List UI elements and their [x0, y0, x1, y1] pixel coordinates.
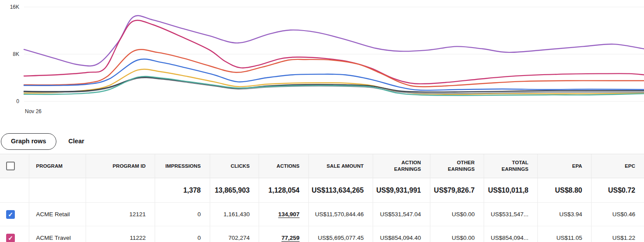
select-all-cell: [0, 154, 29, 178]
cell-clicks: 702,274: [210, 226, 259, 242]
totals-total-earnings: US$10,011,8: [484, 178, 537, 203]
cell-other-earnings: US$0.00: [430, 203, 484, 226]
col-header-total-earnings[interactable]: TOTAL EARNINGS: [484, 154, 537, 178]
graph-rows-button[interactable]: Graph rows: [1, 133, 56, 149]
col-header-other-earnings[interactable]: OTHER EARNINGS: [430, 154, 484, 178]
actions-value-link[interactable]: 134,907: [278, 211, 300, 218]
cell-epa: US$11.05: [537, 226, 591, 242]
cell-clicks: 1,161,430: [210, 203, 259, 226]
totals-epa: US$8.80: [537, 178, 591, 203]
cell-program-id: 12121: [86, 203, 155, 226]
cell-program: ACME Travel: [29, 226, 86, 242]
totals-clicks: 13,865,903: [210, 178, 259, 203]
clear-button[interactable]: Clear: [68, 134, 85, 149]
row-checkbox-checked[interactable]: ✓: [6, 234, 15, 242]
cell-sale-amount: US$11,570,844.46: [308, 203, 373, 226]
col-header-program-id[interactable]: PROGRAM ID: [86, 154, 155, 178]
cell-total-earnings: US$531,547...: [484, 203, 537, 226]
col-header-actions[interactable]: ACTIONS: [259, 154, 308, 178]
programs-table: PROGRAM PROGRAM ID IMPRESSIONS CLICKS AC…: [0, 154, 644, 242]
x-tick-label: Nov 26: [25, 108, 42, 114]
col-header-epc[interactable]: EPC: [591, 154, 644, 178]
cell-sale-amount: US$5,695,077.45: [308, 226, 373, 242]
col-header-sale-amount[interactable]: SALE AMOUNT: [308, 154, 373, 178]
cell-actions: 77,259: [259, 226, 308, 242]
series-line-purple: [24, 16, 644, 66]
totals-row: 1,378 13,865,903 1,128,054 US$113,634,26…: [0, 178, 644, 203]
cell-other-earnings: US$0.00: [430, 226, 484, 242]
totals-other-earnings: US$79,826.7: [430, 178, 484, 203]
totals-impressions: 1,378: [155, 178, 210, 203]
row-check-cell: ✓: [0, 226, 29, 242]
y-tick-label: 8K: [13, 51, 19, 57]
y-tick-label: 16K: [10, 4, 19, 10]
y-tick-label: 0: [16, 98, 19, 104]
totals-program-cell: [29, 178, 86, 203]
cell-action-earnings: US$531,547.04: [373, 203, 430, 226]
col-header-action-earnings[interactable]: ACTION EARNINGS: [373, 154, 430, 178]
row-checkbox-checked[interactable]: ✓: [6, 210, 15, 219]
performance-line-chart: 08K16KNov 26: [0, 0, 644, 128]
col-header-impressions[interactable]: IMPRESSIONS: [155, 154, 210, 178]
cell-program: ACME Retail: [29, 203, 86, 226]
row-check-cell: ✓: [0, 203, 29, 226]
cell-actions: 134,907: [259, 203, 308, 226]
actions-value-link[interactable]: 77,259: [281, 235, 299, 241]
col-header-epa[interactable]: EPA: [537, 154, 591, 178]
cell-epa: US$3.94: [537, 203, 591, 226]
totals-program-id-cell: [86, 178, 155, 203]
cell-action-earnings: US$854,094.40: [373, 226, 430, 242]
select-all-checkbox[interactable]: [6, 162, 15, 170]
totals-action-earnings: US$9,931,991: [373, 178, 430, 203]
totals-actions: 1,128,054: [259, 178, 308, 203]
table-row: ✓ ACME Retail 12121 0 1,161,430 134,907 …: [0, 203, 644, 226]
graph-controls: Graph rows Clear: [1, 133, 644, 150]
table-header-row: PROGRAM PROGRAM ID IMPRESSIONS CLICKS AC…: [0, 154, 644, 178]
cell-total-earnings: US$854,094...: [484, 226, 537, 242]
col-header-program[interactable]: PROGRAM: [29, 154, 86, 178]
cell-program-id: 11222: [86, 226, 155, 242]
totals-sale-amount: US$113,634,265: [308, 178, 373, 203]
cell-impressions: 0: [155, 203, 210, 226]
chart-canvas: 08K16KNov 26: [0, 0, 644, 124]
col-header-clicks[interactable]: CLICKS: [210, 154, 259, 178]
table-row: ✓ ACME Travel 11222 0 702,274 77,259 US$…: [0, 226, 644, 242]
cell-impressions: 0: [155, 226, 210, 242]
cell-epc: US$0.46: [591, 203, 644, 226]
totals-check-cell: [0, 178, 29, 203]
totals-epc: US$0.72: [591, 178, 644, 203]
cell-epc: US$1.22: [591, 226, 644, 242]
